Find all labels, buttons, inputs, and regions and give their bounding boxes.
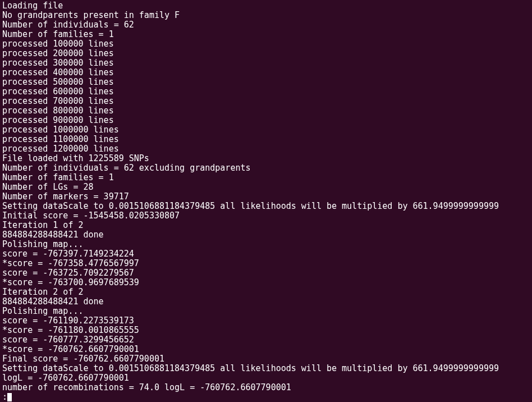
terminal-line: processed 500000 lines (2, 77, 530, 87)
terminal-line: processed 1200000 lines (2, 144, 530, 154)
terminal-line: Number of markers = 39717 (2, 192, 530, 202)
terminal-line: Number of families = 1 (2, 173, 530, 182)
terminal-line: processed 600000 lines (2, 87, 530, 97)
terminal-line: processed 200000 lines (2, 49, 530, 58)
terminal-line: Final score = -760762.6607790001 (2, 354, 530, 364)
terminal-line: File loaded with 1225589 SNPs (2, 154, 530, 163)
terminal-line: processed 300000 lines (2, 58, 530, 68)
terminal-line: 884884288488421 done (2, 297, 530, 307)
terminal-line: No grandparents present in family F (2, 11, 530, 20)
terminal-line: Number of LGs = 28 (2, 182, 530, 192)
cursor (7, 393, 12, 401)
terminal-line: *score = -763700.9697689539 (2, 278, 530, 287)
terminal-line: score = -763725.7092279567 (2, 268, 530, 278)
terminal-line: Iteration 1 of 2 (2, 221, 530, 230)
terminal-line: processed 900000 lines (2, 116, 530, 125)
terminal-line: Number of individuals = 62 (2, 20, 530, 30)
terminal-line: Polishing map... (2, 307, 530, 316)
terminal-line: *score = -761180.0010865555 (2, 326, 530, 335)
terminal-line: number of recombinations = 74.0 logL = -… (2, 383, 530, 392)
terminal-line: Loading file (2, 1, 530, 11)
terminal-line: processed 1100000 lines (2, 135, 530, 144)
terminal-line: processed 700000 lines (2, 97, 530, 106)
terminal-line: score = -767397.7149234224 (2, 249, 530, 259)
terminal-line: score = -761190.2273539173 (2, 316, 530, 326)
prompt-line[interactable]: : (2, 392, 530, 402)
terminal-line: processed 800000 lines (2, 106, 530, 116)
terminal-line: processed 100000 lines (2, 39, 530, 49)
terminal-line: Initial score = -1545458.0205330807 (2, 211, 530, 221)
terminal-output: Loading fileNo grandparents present in f… (2, 1, 530, 392)
terminal-line: *score = -767358.4776567997 (2, 259, 530, 268)
terminal-line: processed 400000 lines (2, 68, 530, 77)
terminal-line: Number of families = 1 (2, 30, 530, 39)
terminal-line: Polishing map... (2, 240, 530, 249)
terminal-line: Number of individuals = 62 excluding gra… (2, 163, 530, 173)
terminal-line: Setting dataScale to 0.00151068811843794… (2, 364, 530, 373)
terminal-line: *score = -760762.6607790001 (2, 345, 530, 354)
terminal-line: logL = -760762.6607790001 (2, 373, 530, 383)
prompt-symbol: : (2, 392, 7, 402)
terminal-line: processed 1000000 lines (2, 125, 530, 135)
terminal-line: score = -760777.3299456652 (2, 335, 530, 345)
terminal-line: 884884288488421 done (2, 230, 530, 240)
terminal-line: Iteration 2 of 2 (2, 287, 530, 297)
terminal-line: Setting dataScale to 0.00151068811843794… (2, 202, 530, 211)
